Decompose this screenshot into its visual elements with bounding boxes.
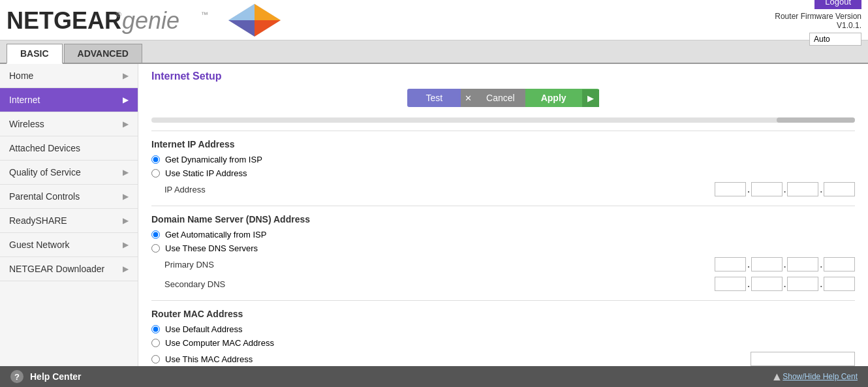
secondary-dns-octet-4[interactable] [824,277,855,291]
mac-title: Router MAC Address [151,309,855,319]
radio-mac-default-row: Use Default Address [151,324,855,334]
help-arrow-icon[interactable]: ▲ [771,370,783,384]
sidebar-item-guest-network[interactable]: Guest Network ▶ [0,233,138,257]
sidebar-item-netgear-downloader[interactable]: NETGEAR Downloader ▶ [0,257,138,281]
action-bar: Test ✕ Cancel Apply ▶ [151,89,855,107]
header: NETGEAR ® genie ™ Logout Router Firmware… [0,0,868,40]
tab-advanced[interactable]: ADVANCED [64,44,142,63]
sidebar-item-quality-of-service[interactable]: Quality of Service ▶ [0,161,138,185]
sidebar-item-home-label: Home [9,70,33,81]
sidebar-item-wireless[interactable]: Wireless ▶ [0,112,138,136]
top-scrollbar[interactable] [151,117,855,123]
tab-basic[interactable]: BASIC [7,44,63,64]
mac-section: Router MAC Address Use Default Address U… [151,309,855,366]
primary-dns-octet-2[interactable] [751,257,783,271]
apply-group: Apply ▶ [525,89,599,107]
auto-input[interactable] [809,33,861,46]
secondary-dns-octet-3[interactable] [787,277,818,291]
sidebar-item-home[interactable]: Home ▶ [0,64,138,88]
dns-title: Domain Name Server (DNS) Address [151,214,855,224]
ip-dot-2: . [783,185,788,194]
content-area: Internet Setup Test ✕ Cancel Apply ▶ Int… [138,64,868,387]
cancel-x-button[interactable]: ✕ [461,89,476,107]
cancel-button[interactable]: Cancel [476,89,525,107]
secondary-dns-dot-2: . [783,279,788,289]
test-button[interactable]: Test [407,89,461,107]
primary-dns-octet-1[interactable] [715,257,746,271]
diamond-logo-icon [228,4,281,37]
logout-button[interactable]: Logout [814,0,861,9]
sidebar-arrow-readyshare: ▶ [123,216,129,225]
primary-dns-octet-4[interactable] [824,257,855,271]
radio-mac-this-row: Use This MAC Address [151,352,855,366]
primary-dns-dot-2: . [783,260,788,270]
sidebar-arrow-wireless: ▶ [123,119,129,129]
primary-dns-row: Primary DNS . . . [151,257,855,271]
radio-static-ip-label[interactable]: Use Static IP Address [165,168,247,178]
radio-dns-auto-row: Get Automatically from ISP [151,230,855,240]
radio-dns-manual[interactable] [151,244,160,253]
ip-octet-4[interactable] [824,182,855,196]
ip-dot-3: . [818,185,824,194]
radio-mac-computer[interactable] [151,339,160,347]
radio-dynamic-isp[interactable] [151,155,160,164]
sidebar-item-wireless-label: Wireless [9,119,44,129]
svg-marker-6 [255,20,281,37]
help-icon: ? [10,370,23,383]
ip-octet-3[interactable] [787,182,818,196]
radio-mac-default[interactable] [151,325,160,333]
secondary-dns-label: Secondary DNS [164,279,256,289]
sidebar-item-guest-label: Guest Network [9,240,70,250]
svg-text:®: ® [116,10,121,18]
radio-mac-computer-label[interactable]: Use Computer MAC Address [165,338,274,348]
svg-text:™: ™ [201,10,208,18]
radio-dns-manual-label[interactable]: Use These DNS Servers [165,243,258,253]
sidebar-item-attached-devices[interactable]: Attached Devices [0,136,138,161]
radio-mac-default-label[interactable]: Use Default Address [165,324,243,334]
dns-section: Domain Name Server (DNS) Address Get Aut… [151,214,855,291]
radio-dns-auto[interactable] [151,230,160,239]
help-center-label: Help Center [30,371,771,382]
apply-button[interactable]: Apply [525,89,582,107]
sidebar-item-parental-controls[interactable]: Parental Controls ▶ [0,185,138,209]
sidebar-arrow-downloader: ▶ [123,264,129,273]
radio-dns-auto-label[interactable]: Get Automatically from ISP [165,230,266,240]
help-center-bar: ? Help Center ▲ Show/Hide Help Cent [0,366,868,387]
ip-octet-2[interactable] [751,182,783,196]
sidebar-item-readyshare[interactable]: ReadySHARE ▶ [0,209,138,233]
secondary-dns-fields: . . . [715,277,855,291]
radio-dynamic-isp-label[interactable]: Get Dynamically from ISP [165,155,262,164]
firmware-info: Router Firmware Version V1.0.1. [775,12,861,30]
radio-static-ip[interactable] [151,169,160,178]
svg-marker-7 [228,4,255,20]
mac-address-input[interactable] [751,352,855,366]
radio-dynamic-isp-row: Get Dynamically from ISP [151,155,855,164]
sidebar-item-internet-label: Internet [9,95,40,105]
ip-address-row: IP Address . . . [151,182,855,196]
primary-dns-octet-3[interactable] [787,257,818,271]
main-layout: Home ▶ Internet ▶ Wireless ▶ Attached De… [0,64,868,387]
sidebar-arrow-internet: ▶ [123,95,129,104]
apply-arrow-button[interactable]: ▶ [582,89,599,107]
sidebar-item-readyshare-label: ReadySHARE [9,215,67,226]
radio-mac-computer-row: Use Computer MAC Address [151,338,855,348]
radio-mac-this-label[interactable]: Use This MAC Address [165,354,253,364]
secondary-dns-octet-1[interactable] [715,277,746,291]
logo-area: NETGEAR ® genie ™ [7,4,281,37]
sidebar-item-internet[interactable]: Internet ▶ [0,88,138,112]
svg-text:genie: genie [122,7,179,34]
radio-mac-this[interactable] [151,355,160,364]
cancel-group: ✕ Cancel [461,89,525,107]
sidebar-item-attached-devices-label: Attached Devices [9,143,80,153]
ip-address-label: IP Address [164,185,256,194]
tabs-bar: BASIC ADVANCED [0,40,868,64]
internet-ip-title: Internet IP Address [151,139,855,149]
sidebar-item-qos-label: Quality of Service [9,167,81,178]
ip-octet-1[interactable] [715,182,746,196]
show-hide-help-link[interactable]: Show/Hide Help Cent [783,372,858,381]
sidebar-arrow-guest: ▶ [123,240,129,249]
secondary-dns-octet-2[interactable] [751,277,783,291]
sidebar-arrow-qos: ▶ [123,168,129,177]
svg-marker-5 [255,4,281,20]
secondary-dns-row: Secondary DNS . . . [151,277,855,291]
